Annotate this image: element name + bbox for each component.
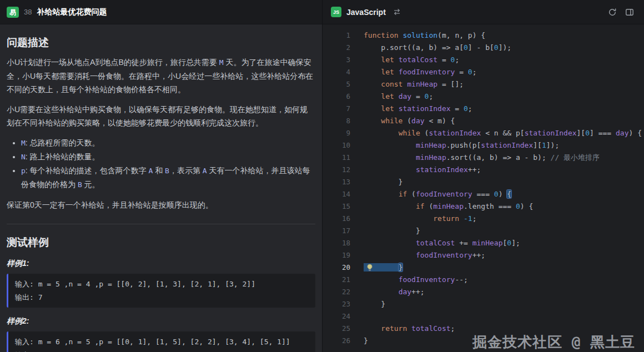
code-line[interactable]: minHeap.push(p[stationIndex][1]); <box>364 139 644 152</box>
constraint-note: 保证第0天一定有一个补给站，并且补给站是按顺序出现的。 <box>7 198 315 212</box>
line-number: 13 <box>323 176 354 188</box>
line-number: 5 <box>323 78 354 90</box>
parameter-bullet: p: 每个补给站的描述，包含两个数字 A 和 B，表示第 A 天有一个补给站，并… <box>21 164 315 192</box>
code-editor[interactable]: 1234567891011121314151617181920212223242… <box>323 24 644 352</box>
line-number: 3 <box>323 54 354 66</box>
code-line[interactable]: return totalCost; <box>364 323 644 335</box>
line-number: 16 <box>323 213 354 225</box>
line-number: 12 <box>323 164 354 176</box>
inline-code: N <box>21 153 26 161</box>
line-number: 7 <box>323 103 354 115</box>
line-number: 17 <box>323 225 354 237</box>
code-line[interactable]: while (day < m) { <box>364 115 644 127</box>
inline-code: p <box>21 167 26 175</box>
line-number: 24 <box>323 310 354 323</box>
parameters-list: M: 总路程所需的天数。N: 路上补给站的数量。p: 每个补给站的描述，包含两个… <box>7 136 315 192</box>
code-line[interactable]: totalCost += minHeap[0]; <box>364 237 644 249</box>
reset-code-icon[interactable] <box>606 6 618 18</box>
layout-panel-icon[interactable] <box>623 6 636 18</box>
parameter-bullet: N: 路上补给站的数量。 <box>21 150 315 164</box>
section-title-description: 问题描述 <box>7 36 315 50</box>
sample-block: 输入: m = 6 ,n = 5 ,p = [[0, 1], [1, 5], [… <box>7 331 315 352</box>
problem-number: 38 <box>24 8 32 16</box>
difficulty-badge: 易 <box>7 7 19 18</box>
line-number: 11 <box>323 152 354 164</box>
line-number: 18 <box>323 237 354 249</box>
inline-code: A <box>149 167 153 175</box>
language-label: JavaScript <box>346 8 386 17</box>
sample-output: 输出: 7 <box>15 292 309 303</box>
problem-title: 补给站最优花费问题 <box>37 7 107 17</box>
line-number: 1 <box>323 29 354 42</box>
line-number: 6 <box>323 90 354 103</box>
code-line[interactable]: } <box>364 225 644 237</box>
problem-panel: 易 38 补给站最优花费问题 问题描述 小U计划进行一场从地点A到地点B的徒步旅… <box>0 0 323 352</box>
line-number: 4 <box>323 66 354 78</box>
code-area[interactable]: function solution(m, n, p) { p.sort((a, … <box>354 29 644 352</box>
code-line[interactable]: } <box>364 176 644 188</box>
code-line[interactable]: } <box>364 298 644 310</box>
problem-content[interactable]: 问题描述 小U计划进行一场从地点A到地点B的徒步旅行，旅行总共需要 M 天。为了… <box>0 24 322 352</box>
code-line[interactable]: while (stationIndex < n && p[stationInde… <box>364 127 644 139</box>
editor-header: JS JavaScript <box>323 0 644 24</box>
sample-label: 样例2: <box>7 316 315 326</box>
watermark: 掘金技术社区 @ 黑土豆 <box>472 336 635 348</box>
code-line[interactable]: let foodInventory = 0; <box>364 66 644 78</box>
description-paragraphs: 小U计划进行一场从地点A到地点B的徒步旅行，旅行总共需要 M 天。为了在旅途中确… <box>7 56 315 129</box>
sample-output: 输出: 6 <box>15 350 309 352</box>
code-line[interactable]: if (foodInventory === 0) { <box>364 188 644 200</box>
code-line[interactable]: function solution(m, n, p) { <box>364 29 644 42</box>
samples-container: 样例1:输入: m = 5 ,n = 4 ,p = [[0, 2], [1, 3… <box>7 259 315 352</box>
code-line[interactable]: if (minHeap.length === 0) { <box>364 200 644 213</box>
problem-paragraph: 小U需要在这些补给站中购买食物，以确保每天都有足够的食物。现在她想知道，如何规划… <box>7 103 315 129</box>
inline-code: M <box>219 58 224 67</box>
section-title-samples: 测试样例 <box>7 235 315 250</box>
code-line[interactable]: } <box>364 262 644 274</box>
sample-block: 输入: m = 5 ,n = 4 ,p = [[0, 2], [1, 3], [… <box>7 274 315 308</box>
problem-paragraph: 小U计划进行一场从地点A到地点B的徒步旅行，旅行总共需要 M 天。为了在旅途中确… <box>7 56 315 96</box>
editor-panel: JS JavaScript <box>323 0 644 352</box>
line-number: 20 <box>323 262 354 274</box>
code-line[interactable]: day++; <box>364 286 644 298</box>
code-line[interactable]: stationIndex++; <box>364 164 644 176</box>
code-line[interactable]: foodInventory++; <box>364 249 644 262</box>
line-number: 8 <box>323 115 354 127</box>
line-number: 15 <box>323 200 354 213</box>
parameter-bullet: M: 总路程所需的天数。 <box>21 136 315 150</box>
inline-code: B <box>78 180 82 189</box>
code-line[interactable]: let day = 0; <box>364 90 644 103</box>
code-line[interactable]: let totalCost = 0; <box>364 54 644 66</box>
section-divider <box>7 224 315 224</box>
lightbulb-icon[interactable] <box>366 264 374 271</box>
line-number: 21 <box>323 274 354 286</box>
problem-header: 易 38 补给站最优花费问题 <box>0 0 322 24</box>
line-number: 23 <box>323 298 354 310</box>
line-number-gutter: 1234567891011121314151617181920212223242… <box>323 29 354 352</box>
line-number: 2 <box>323 42 354 54</box>
line-number: 26 <box>323 335 354 347</box>
code-line[interactable]: p.sort((a, b) => a[0] - b[0]); <box>364 42 644 54</box>
line-number: 25 <box>323 323 354 335</box>
app-window: 易 38 补给站最优花费问题 问题描述 小U计划进行一场从地点A到地点B的徒步旅… <box>0 0 644 352</box>
code-line[interactable]: minHeap.sort((a, b) => a - b); // 最小堆排序 <box>364 152 644 164</box>
line-number: 19 <box>323 249 354 262</box>
code-line[interactable]: foodInventory--; <box>364 274 644 286</box>
line-number: 22 <box>323 286 354 298</box>
sample-input: 输入: m = 6 ,n = 5 ,p = [[0, 1], [1, 5], [… <box>15 336 309 347</box>
sample-input: 输入: m = 5 ,n = 4 ,p = [[0, 2], [1, 3], [… <box>15 279 309 289</box>
code-line[interactable]: let stationIndex = 0; <box>364 103 644 115</box>
code-line[interactable]: return -1; <box>364 213 644 225</box>
code-line[interactable] <box>364 310 644 323</box>
inline-code: A <box>203 167 207 175</box>
code-line[interactable]: const minHeap = []; <box>364 78 644 90</box>
line-number: 14 <box>323 188 354 200</box>
line-number: 9 <box>323 127 354 139</box>
line-number: 10 <box>323 139 354 152</box>
javascript-logo-icon: JS <box>331 7 341 17</box>
sample-label: 样例1: <box>7 259 315 269</box>
inline-code: B <box>165 167 169 175</box>
inline-code: M <box>21 139 26 147</box>
swap-language-icon[interactable] <box>391 6 403 18</box>
